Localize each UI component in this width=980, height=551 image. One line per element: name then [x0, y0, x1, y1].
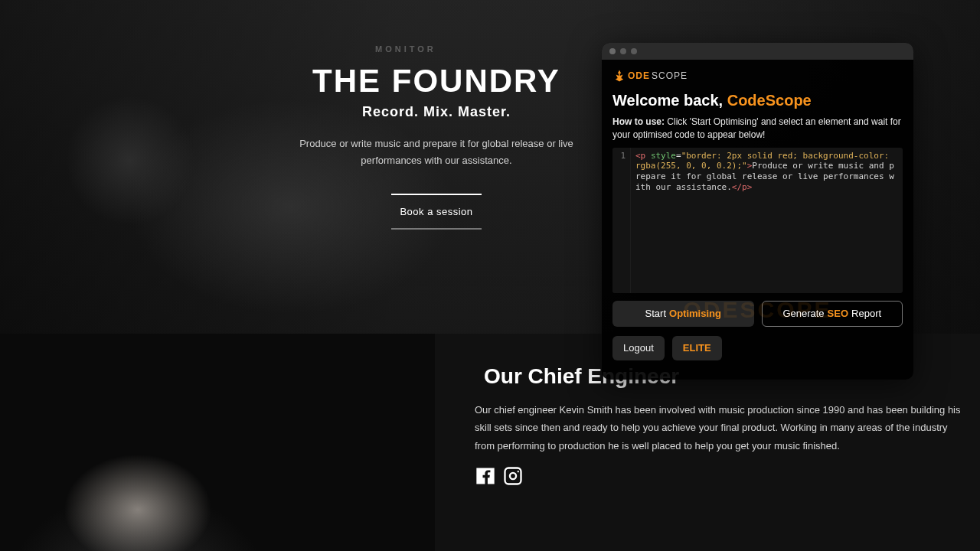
howto-label: How to use:	[612, 116, 665, 127]
codescope-logo-mark	[612, 69, 626, 83]
codescope-logo: ODESCOPE	[612, 69, 903, 83]
book-session-button[interactable]: Book a session	[391, 194, 482, 230]
gen-accent: SEO	[828, 308, 848, 319]
generate-seo-report-button[interactable]: GenerateSEOReport	[762, 301, 903, 327]
facebook-link[interactable]	[475, 465, 496, 490]
logo-text-accent: ODE	[628, 70, 650, 81]
engineer-portrait	[0, 334, 435, 551]
howto-text: How to use: Click 'Start Optimising' and…	[612, 116, 903, 142]
hero-description: Produce or write music and prepare it fo…	[276, 135, 597, 169]
start-prefix: Start	[645, 308, 666, 319]
instagram-link[interactable]	[502, 465, 524, 490]
code-gutter: 1	[612, 148, 631, 293]
instagram-icon	[502, 465, 524, 487]
welcome-prefix: Welcome back,	[612, 92, 727, 109]
gen-suffix: Report	[851, 308, 881, 319]
welcome-heading: Welcome back, CodeScope	[612, 92, 903, 109]
page-subtitle: Record. Mix. Master.	[362, 104, 511, 120]
start-accent: Optimising	[669, 308, 721, 319]
start-optimising-button[interactable]: StartOptimising	[612, 301, 754, 327]
engineer-body: Our chief engineer Kevin Smith has been …	[475, 401, 965, 455]
page-title: THE FOUNDRY	[312, 63, 560, 99]
traffic-light-max[interactable]	[631, 48, 637, 54]
traffic-light-min[interactable]	[620, 48, 626, 54]
logo-text-rest: SCOPE	[652, 70, 688, 81]
logout-button[interactable]: Logout	[612, 336, 665, 360]
traffic-light-close[interactable]	[609, 48, 616, 54]
code-output[interactable]: 1 <p style="border: 2px solid red; backg…	[612, 148, 903, 293]
elite-badge-button[interactable]: ELITE	[672, 336, 722, 360]
welcome-name: CodeScope	[727, 92, 812, 109]
panel-titlebar[interactable]	[602, 43, 913, 60]
social-links	[475, 465, 965, 490]
code-content[interactable]: <p style="border: 2px solid red; backgro…	[631, 148, 903, 293]
facebook-icon	[475, 465, 496, 487]
codescope-panel: ODESCOPE Welcome back, CodeScope How to …	[602, 43, 913, 380]
gen-prefix: Generate	[782, 308, 824, 319]
